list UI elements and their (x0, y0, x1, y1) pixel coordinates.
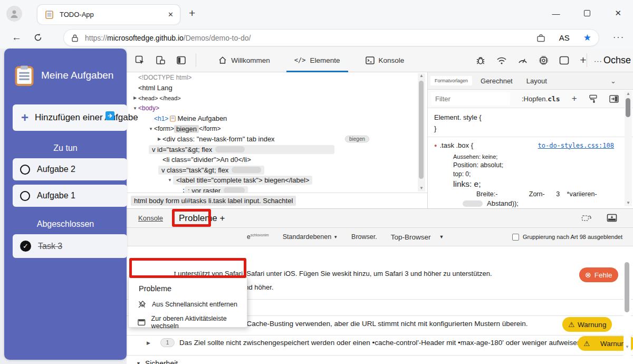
new-style-rule-icon[interactable]: + (572, 93, 577, 104)
device-emulation-icon[interactable] (156, 55, 166, 65)
inspect-element-icon[interactable] (135, 55, 145, 65)
collections-icon[interactable] (536, 34, 545, 42)
tab-gerechnet[interactable]: Gerechnet (481, 77, 513, 85)
favorite-star-icon[interactable]: ★ (583, 32, 591, 43)
default-levels-dropdown[interactable]: Standardebenen▼ (283, 233, 338, 241)
collapse-arrow-icon[interactable]: ▼ (132, 106, 138, 111)
network-conditions-icon[interactable] (496, 56, 507, 65)
scroll-down-icon[interactable]: ▼ (624, 344, 631, 349)
back-button[interactable]: ← (12, 32, 22, 43)
hov-toggle[interactable]: :Hopfen.cls (522, 95, 560, 103)
address-bar[interactable]: https://microsoftedge.github.io/Demos/de… (63, 29, 599, 46)
tab-layout[interactable]: Layout (526, 77, 547, 85)
issues-bug-icon[interactable] (475, 55, 486, 65)
dom-div-newtaskform[interactable]: <div class: "new-task-form" tab index (162, 135, 275, 143)
css-prop[interactable]: Aussehen: keine; (453, 154, 627, 160)
browser-tab[interactable]: TODO-App ✕ (37, 4, 180, 24)
dom-h1-text[interactable]: Meine Aufgaben (177, 114, 227, 122)
breadcrumb-path[interactable]: html body form ul#tasks li.task label in… (131, 196, 296, 206)
toggle-sidebar-icon[interactable] (609, 95, 619, 103)
dom-before-pseudo[interactable]: : vor raster (185, 186, 248, 193)
flex-badge[interactable]: biegen (345, 136, 369, 142)
styles-scrollbar[interactable]: ▲ ▼ (625, 91, 632, 206)
tab-konsole[interactable]: Konsole (358, 49, 413, 72)
scroll-down-icon[interactable]: ▼ (625, 200, 632, 205)
tab-formatvorlagen[interactable]: Formatvorlagen (430, 76, 472, 85)
dom-head[interactable]: <head> </head> (138, 95, 181, 101)
dom-doctype[interactable]: <!DOCTYPE html> (138, 74, 191, 81)
scroll-thumb[interactable] (626, 98, 630, 117)
dock-drawer-icon[interactable] (607, 214, 617, 222)
task-item[interactable]: Aufgabe 2 (13, 158, 127, 180)
expand-arrow-icon[interactable]: ▶ (147, 340, 150, 346)
maximize-button[interactable] (584, 10, 590, 16)
scroll-thumb[interactable] (625, 262, 629, 312)
task-item[interactable]: Aufgabe 1 (13, 185, 127, 207)
stylesheet-link[interactable]: to-do-styles.css:108 (538, 142, 615, 149)
tab-close-icon[interactable]: ✕ (168, 11, 174, 18)
rotate-panel-icon[interactable] (581, 214, 592, 223)
css-prop[interactable]: links: e; (453, 179, 627, 189)
collapse-arrow-icon[interactable]: ▼ (136, 361, 141, 364)
dom-form-close[interactable]: </form> (199, 125, 220, 132)
collapse-arrow-icon[interactable]: ▼ (167, 178, 173, 183)
dom-ul-tasks[interactable]: v id="tasks"&gt; flex (149, 145, 334, 154)
paintbrush-icon[interactable] (589, 94, 598, 103)
cpu-icon[interactable] (539, 55, 549, 65)
dom-form-flex[interactable]: biegen (174, 125, 199, 133)
add-panel-icon[interactable]: + (580, 54, 586, 66)
element-style-open[interactable]: Element. style { (434, 113, 627, 121)
checkbox-icon[interactable] (512, 234, 519, 241)
dom-li-task[interactable]: v class="task"&gt; flex (158, 166, 264, 175)
menu-item-move-activitybar[interactable]: Zur oberen Aktivitätsleiste wechseln (129, 315, 247, 330)
warning-triangle-icon: ⚠ (583, 339, 590, 348)
css-prop[interactable]: Position: absolut; (453, 161, 627, 169)
menu-item-remove-quickview[interactable]: Aus Schnellansicht entfernen (129, 297, 247, 312)
new-tab-button[interactable]: + (189, 7, 195, 20)
rule-selector[interactable]: .task .box { (439, 141, 473, 149)
dom-h1-tag[interactable]: <h1> (154, 115, 168, 122)
dock-side-icon[interactable] (176, 55, 186, 65)
task-item-done[interactable]: ✓ Task 3 (13, 234, 127, 258)
tab-elemente[interactable]: </> Elemente (286, 49, 348, 72)
scroll-down-icon[interactable]: ▼ (418, 186, 425, 190)
drawer-tab-konsole[interactable]: Konsole (138, 214, 163, 222)
redacted-text (232, 167, 261, 173)
issues-scrollbar[interactable]: ▼ (624, 246, 631, 364)
window-close-button[interactable]: ✕ (615, 8, 621, 18)
task-checkbox[interactable] (20, 165, 30, 175)
collapse-arrow-icon[interactable]: ▼ (148, 127, 154, 131)
browser-menu-icon[interactable]: ··· (613, 33, 625, 42)
scroll-up-icon[interactable]: ▲ (625, 91, 632, 96)
styles-filter-input[interactable] (431, 92, 510, 106)
css-prop[interactable]: Abstand)); (453, 199, 627, 207)
dom-form-open[interactable]: <form> (154, 125, 174, 132)
performance-icon[interactable] (517, 56, 528, 65)
expand-arrow-icon[interactable]: ▶ (132, 95, 138, 100)
profile-avatar[interactable] (6, 6, 22, 22)
task-checkbox[interactable] (20, 191, 30, 201)
task-checked-icon[interactable]: ✓ (20, 241, 31, 252)
expand-arrow-icon[interactable]: ▶ (156, 137, 162, 141)
scroll-thumb[interactable] (419, 81, 424, 179)
dom-body[interactable]: <body> (138, 104, 159, 112)
minimize-button[interactable]: — (552, 9, 560, 18)
top-browser-dropdown[interactable]: Top-Browser▼ (391, 233, 444, 241)
scroll-up-icon[interactable]: ▲ (418, 73, 425, 78)
profile-initials[interactable]: AS (559, 33, 570, 42)
refresh-button[interactable] (33, 33, 43, 42)
group-by-kind-checkbox[interactable]: Gruppierung nach Art 98 ausgeblendet (512, 234, 622, 241)
issue-warning-text[interactable]: Das Ziel sollte nicht zwischengespeicher… (179, 339, 583, 347)
add-task-button[interactable]: + Hinzufügen einer Aufgabe (13, 104, 127, 131)
devtools-more-menu[interactable]: ··· Ochse (594, 55, 631, 66)
dom-html[interactable]: <html Lang (138, 84, 172, 92)
tab-willkommen[interactable]: Willkommen (210, 49, 278, 72)
css-prop-row[interactable]: Breite:- Zorn- 3 *variieren- (453, 190, 627, 198)
layout-panel-icon[interactable] (559, 56, 569, 65)
dom-scrollbar[interactable]: ▲ ▼ (418, 73, 425, 191)
section-partial[interactable]: ▼ Sicherheit (136, 359, 178, 364)
chevron-down-icon[interactable]: ⌄ (610, 77, 616, 85)
dom-li-divider[interactable]: <li class="divider">An d0</li> (162, 156, 251, 164)
css-prop[interactable]: top: 0; (453, 170, 627, 178)
dom-label-complete-task[interactable]: <label title="complete task"> biegen</la… (173, 176, 312, 185)
